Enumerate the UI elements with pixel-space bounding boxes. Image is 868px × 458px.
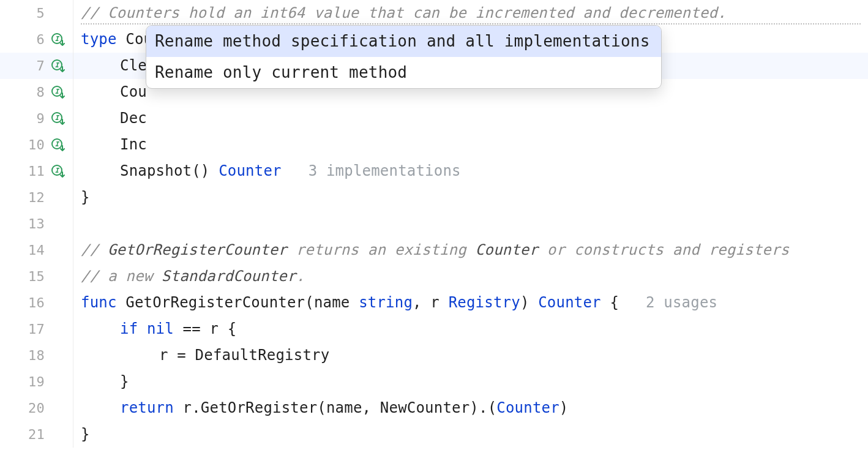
gutter-row: 8I [0, 79, 73, 105]
method-snapshot: Snapshot [120, 158, 192, 184]
gutter-row: 9I [0, 105, 73, 132]
svg-text:I: I [55, 167, 60, 175]
line-number: 15 [26, 263, 45, 290]
code-line[interactable]: Dec [73, 105, 868, 132]
line-number: 21 [26, 421, 45, 448]
gutter-row: 18 [0, 342, 73, 369]
gutter-row: 13 [0, 211, 73, 237]
gutter-row: 19 [0, 369, 73, 395]
code-line[interactable]: return r.GetOrRegister(name, NewCounter)… [73, 395, 868, 421]
code-line-empty[interactable] [73, 211, 868, 237]
line-number: 20 [26, 395, 45, 421]
line-number: 9 [26, 105, 45, 132]
implementation-icon[interactable]: I [51, 138, 65, 152]
gutter-row: 6I [0, 26, 73, 53]
code-line[interactable]: if nil == r { [73, 316, 868, 342]
code-line[interactable]: Inc [73, 132, 868, 158]
implementation-gutter-icon[interactable]: I [51, 111, 65, 126]
code-line[interactable]: // Counters hold an int64 value that can… [73, 0, 868, 26]
inlay-hint[interactable]: 2 usages [646, 290, 717, 316]
implementation-gutter-icon[interactable]: I [51, 59, 65, 73]
implementation-icon[interactable]: I [51, 85, 65, 100]
method-fragment: Cou [120, 79, 147, 105]
line-number: 12 [26, 184, 45, 211]
code-line[interactable]: } [73, 369, 868, 395]
line-number: 14 [26, 237, 45, 263]
comment: // Counters hold an int64 value that can… [81, 0, 727, 26]
gutter-row: 7I [0, 53, 73, 79]
gutter-row: 14 [0, 237, 73, 263]
line-number: 10 [26, 132, 45, 158]
method-fragment: Dec [120, 105, 147, 132]
code-area[interactable]: // Counters hold an int64 value that can… [73, 0, 868, 448]
line-number: 8 [26, 79, 45, 105]
implementation-icon[interactable]: I [51, 59, 65, 73]
rename-all-option[interactable]: Rename method specification and all impl… [146, 26, 661, 57]
code-line[interactable]: } [73, 184, 868, 211]
svg-text:I: I [55, 35, 60, 43]
code-line[interactable]: // GetOrRegisterCounter returns an exist… [73, 237, 868, 263]
line-number: 13 [26, 211, 45, 237]
method-fragment: Inc [120, 132, 147, 158]
comment: // a new StandardCounter. [81, 263, 305, 290]
comment: // GetOrRegisterCounter returns an exist… [81, 237, 789, 263]
line-number: 16 [26, 290, 45, 316]
gutter-row: 17 [0, 316, 73, 342]
implementation-icon[interactable]: I [51, 164, 65, 179]
line-number: 5 [26, 0, 45, 26]
line-number: 19 [26, 369, 45, 395]
code-editor: 56I7I8I9I10I11I12131415161718192021 // C… [0, 0, 868, 448]
line-number: 6 [26, 26, 45, 53]
svg-text:I: I [55, 114, 60, 122]
gutter-row: 5 [0, 0, 73, 26]
implementation-gutter-icon[interactable]: I [51, 164, 65, 179]
svg-text:I: I [55, 140, 60, 148]
line-number: 18 [26, 342, 45, 369]
gutter-row: 15 [0, 263, 73, 290]
rename-current-option[interactable]: Rename only current method [146, 57, 661, 88]
implementation-gutter-icon[interactable]: I [51, 85, 65, 100]
gutter-row: 12 [0, 184, 73, 211]
inlay-hint[interactable]: 3 implementations [309, 158, 461, 184]
gutter-row: 20 [0, 395, 73, 421]
svg-text:I: I [55, 61, 60, 69]
implementation-gutter-icon[interactable]: I [51, 32, 65, 47]
code-line[interactable]: func GetOrRegisterCounter(name string, r… [73, 290, 868, 316]
gutter-row: 10I [0, 132, 73, 158]
line-number: 17 [26, 316, 45, 342]
implementation-icon[interactable]: I [51, 32, 65, 47]
line-number: 11 [26, 158, 45, 184]
gutter-row: 21 [0, 421, 73, 448]
implementation-gutter-icon[interactable]: I [51, 138, 65, 152]
code-line[interactable]: Snapshot() Counter 3 implementations [73, 158, 868, 184]
keyword-type: type [81, 26, 117, 53]
code-line[interactable]: // a new StandardCounter. [73, 263, 868, 290]
implementation-icon[interactable]: I [51, 111, 65, 126]
gutter-row: 11I [0, 158, 73, 184]
code-line[interactable]: } [73, 421, 868, 448]
line-number: 7 [26, 53, 45, 79]
rename-popup: Rename method specification and all impl… [146, 25, 662, 89]
code-line[interactable]: r = DefaultRegistry [73, 342, 868, 369]
gutter: 56I7I8I9I10I11I12131415161718192021 [0, 0, 73, 448]
svg-text:I: I [55, 88, 60, 96]
func-name: GetOrRegisterCounter [125, 290, 305, 316]
gutter-row: 16 [0, 290, 73, 316]
